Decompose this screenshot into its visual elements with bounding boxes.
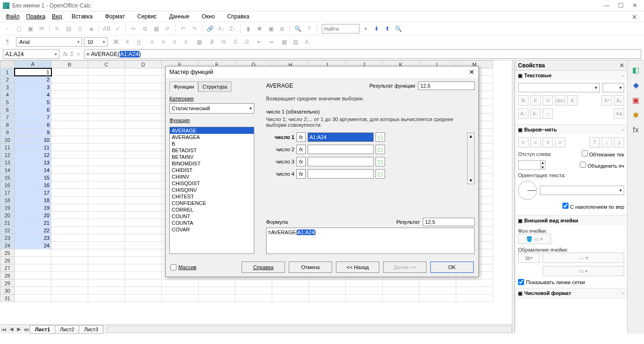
cell[interactable]: 10 [15,136,51,144]
cell[interactable]: 2 [15,76,51,83]
sheet-tab-3[interactable]: Лист3 [79,325,103,334]
cell[interactable]: 9 [15,129,51,136]
cell[interactable] [88,129,125,136]
cell[interactable]: 15 [15,174,51,181]
row-header[interactable]: 25 [0,249,15,257]
sidebar-size-combo[interactable]: ▾ [602,83,624,92]
function-list-item[interactable]: CHISQINV [170,187,254,193]
arg-fx-icon[interactable]: fx [296,157,306,166]
strip-properties-icon[interactable]: ◧ [630,64,642,75]
row-header[interactable]: 30 [0,287,15,295]
cell[interactable] [88,68,125,76]
cell[interactable]: 18 [15,197,51,204]
cell[interactable]: 16 [15,181,51,189]
cell[interactable] [51,287,88,295]
row-header[interactable]: 8 [0,121,15,129]
bgcolor-icon[interactable]: ▨ [291,37,300,47]
sb-shadow-icon[interactable]: A [567,95,577,106]
cell[interactable] [51,295,88,302]
cell[interactable] [88,181,125,189]
arg-input-1[interactable] [308,132,374,142]
cell[interactable]: 19 [15,204,51,212]
cell[interactable] [125,287,162,295]
function-list-item[interactable]: COVAR [170,226,254,233]
cell[interactable] [88,264,125,272]
cell[interactable] [125,121,162,129]
arg-scrollbar[interactable]: ▲ ▼ [467,132,475,184]
sb-underline-icon[interactable]: Ч [543,95,553,106]
function-list[interactable]: AVERAGEAVERAGEABBETADISTBETAINVBINOMDIST… [169,127,254,254]
sort-asc-icon[interactable]: A↓ [217,24,226,33]
redo-icon[interactable]: ↷ [190,24,199,33]
cell[interactable] [383,279,419,287]
sum-icon[interactable]: Σ [69,50,75,58]
cell[interactable] [88,279,125,287]
minimize-button[interactable]: — [603,2,610,9]
sb-fontcolor-icon[interactable]: A▾ [614,108,624,119]
cell[interactable] [125,174,162,181]
cell[interactable]: 12 [15,151,51,159]
cell[interactable] [88,166,125,174]
array-checkbox[interactable]: Массив [170,264,196,270]
strip-functions-icon[interactable]: fx [630,124,642,136]
cell[interactable] [51,272,88,279]
column-header[interactable]: B [51,61,88,68]
arg-shrink-icon[interactable]: ▢ [376,169,385,179]
cell[interactable] [51,91,88,98]
cell[interactable] [125,197,162,204]
row-header[interactable]: 19 [0,204,15,212]
cell[interactable] [51,76,88,83]
merge-icon[interactable]: ▦ [194,37,204,47]
row-header[interactable]: 9 [0,129,15,136]
sb-shrink-icon[interactable]: A↓ [530,108,541,119]
cell[interactable] [125,166,162,174]
styles-icon[interactable]: ¶ [3,37,12,47]
cell[interactable] [88,249,125,257]
bg-color-picker[interactable]: 🪣 ▭ ▾ [518,234,551,244]
category-select[interactable]: Статистический▾ [169,103,254,114]
row-header[interactable]: 20 [0,212,15,219]
border-preset-icon[interactable]: ▦▾ [518,253,540,263]
row-header[interactable]: 7 [0,114,15,121]
sidebar-section-text[interactable]: ▣Текстовые▫ [515,71,627,80]
cell[interactable] [51,121,88,129]
function-list-item[interactable]: CHIINV [170,173,254,180]
cell[interactable]: 17 [15,189,51,197]
sb-valign-top-icon[interactable]: ⤒ [589,137,600,147]
arg-fx-icon[interactable]: fx [296,145,306,154]
cell[interactable] [88,83,125,91]
strip-navigator-icon[interactable]: ✱ [630,109,642,121]
cell[interactable] [51,98,88,106]
cell[interactable] [162,279,199,287]
cell[interactable] [456,295,493,302]
cell[interactable] [51,249,88,257]
arg-input-4[interactable] [308,169,374,179]
cell[interactable] [51,181,88,189]
save-icon[interactable]: ▣ [25,24,35,33]
sheet-tab-1[interactable]: Лист1 [30,325,55,334]
name-box[interactable]: A1:A24▾ [3,49,59,59]
cell[interactable] [125,68,162,76]
row-header[interactable]: 11 [0,144,15,151]
sb-spacing-icon[interactable]: ↔ [543,108,553,119]
arg-input-2[interactable] [308,145,374,154]
find-prev-icon[interactable]: ⬆ [383,24,392,33]
cell[interactable] [419,287,456,295]
cell[interactable] [125,257,162,264]
cell[interactable] [125,272,162,279]
cell[interactable] [51,151,88,159]
merge-checkbox[interactable]: Объединить яч [580,162,624,169]
cell[interactable] [125,76,162,83]
cell[interactable] [15,264,51,272]
cell[interactable]: 5 [15,98,51,106]
cell[interactable] [309,279,346,287]
equals-icon[interactable]: = [76,50,81,58]
cell[interactable] [125,295,162,302]
cell[interactable] [125,91,162,98]
datasource-icon[interactable]: ≣ [277,24,287,33]
cell[interactable] [88,227,125,234]
copy-icon[interactable]: ⧉ [140,24,150,33]
sb-italic-icon[interactable]: К [530,95,541,106]
sb-align-right-icon[interactable]: ≡ [543,137,553,147]
sb-align-left-icon[interactable]: ≡ [518,137,528,147]
